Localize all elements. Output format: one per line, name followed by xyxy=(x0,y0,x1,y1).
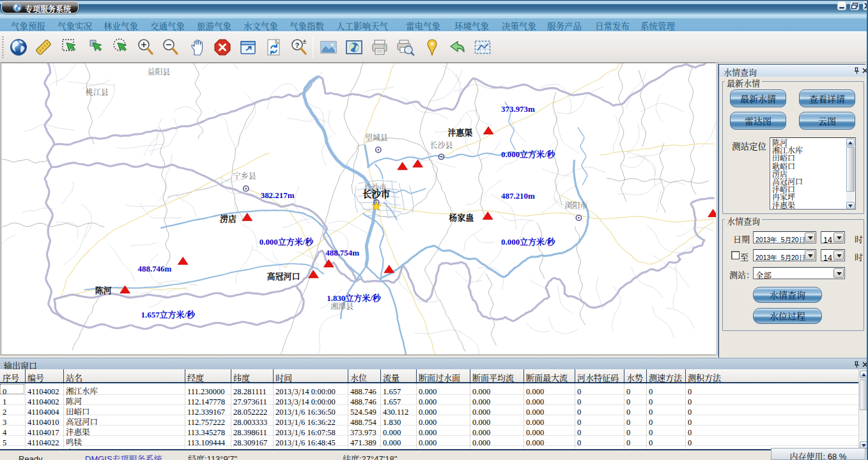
svg-text:宁乡县: 宁乡县 xyxy=(233,170,256,181)
svg-text:浏阳市: 浏阳市 xyxy=(565,199,588,210)
svg-text:长沙县: 长沙县 xyxy=(430,139,453,150)
svg-text:陈河: 陈河 xyxy=(95,284,112,296)
svg-text:488.746m: 488.746m xyxy=(138,264,172,273)
svg-text:487.210m: 487.210m xyxy=(501,191,535,201)
svg-text:高冠河口: 高冠河口 xyxy=(267,270,300,282)
svg-text:0.000立方米/秒: 0.000立方米/秒 xyxy=(501,150,556,159)
svg-text:望城县: 望城县 xyxy=(365,132,388,142)
svg-text:桃江县: 桃江县 xyxy=(86,86,109,97)
svg-text:1.657立方米/秒: 1.657立方米/秒 xyxy=(141,310,196,319)
svg-text:涝店: 涝店 xyxy=(220,212,236,224)
svg-text:0.000立方米/秒: 0.000立方米/秒 xyxy=(260,237,314,247)
svg-text:382.217m: 382.217m xyxy=(261,190,295,200)
svg-text:杨家蛊: 杨家蛊 xyxy=(449,211,474,223)
svg-text:±: ± xyxy=(303,38,306,45)
svg-text:0.000立方米/秒: 0.000立方米/秒 xyxy=(501,237,556,247)
svg-text:373.973m: 373.973m xyxy=(501,104,535,114)
svg-text:488.754m: 488.754m xyxy=(325,248,359,257)
svg-text:1.830立方米/秒: 1.830立方米/秒 xyxy=(327,293,382,303)
svg-text:沣惠渠: 沣惠渠 xyxy=(447,126,472,138)
svg-text:长沙市: 长沙市 xyxy=(362,187,391,200)
svg-text:益阳县: 益阳县 xyxy=(147,66,170,77)
svg-text:?: ? xyxy=(295,42,300,49)
